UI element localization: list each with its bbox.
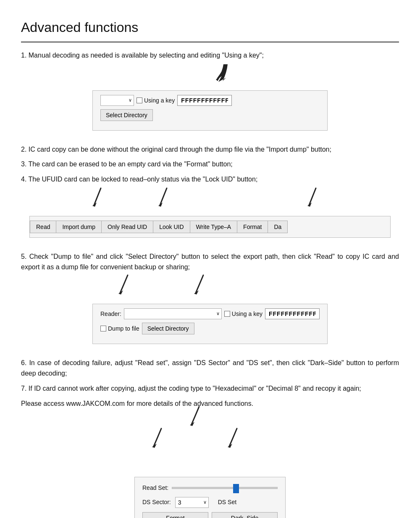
select-directory-button-2[interactable]: Select Directory bbox=[142, 323, 194, 334]
readset-panel: Read Set: DS Sector: 3 DS Set bbox=[134, 477, 286, 518]
readset-btn-row: Format Dark–Side bbox=[142, 512, 278, 518]
arrow-import-dump bbox=[92, 187, 107, 211]
arrow-read-set bbox=[189, 406, 204, 430]
ds-sector-row: DS Sector: 3 DS Set bbox=[142, 497, 278, 508]
reader-row-1: Reader: Using a key bbox=[100, 308, 320, 319]
import-dump-button[interactable]: Import dump bbox=[56, 221, 102, 233]
using-a-key-checkbox-2[interactable] bbox=[224, 311, 230, 317]
key-input-2[interactable] bbox=[265, 308, 320, 319]
section-5: 5. Check "Dump to file" and click "Selec… bbox=[21, 251, 399, 350]
select-directory-button-1[interactable]: Select Directory bbox=[100, 109, 153, 121]
only-read-uid-button[interactable]: Only Read UID bbox=[102, 221, 153, 233]
btn-bar: Read Import dump Only Read UID Look UID … bbox=[30, 221, 390, 233]
dump-to-file-label[interactable]: Dump to file bbox=[100, 324, 139, 333]
section-4-text: 4. The UFUID card can be locked to read–… bbox=[21, 174, 399, 185]
ui-panel-1-content: Using a key Select Directory bbox=[92, 90, 328, 131]
using-a-key-label-2[interactable]: Using a key bbox=[224, 309, 262, 318]
ui-panel-3: Reader: Using a key Dump to file Selec bbox=[21, 277, 399, 350]
format-button-2[interactable]: Format bbox=[142, 512, 208, 518]
ds-set-label: DS Set bbox=[218, 497, 236, 507]
read-set-label: Read Set: bbox=[142, 483, 168, 492]
ui-panel-1: Using a key Select Directory bbox=[21, 65, 399, 137]
section-1: 1. Manual decoding as needed is availabl… bbox=[21, 50, 399, 137]
section-6-8: 6. In case of decoding failure, adjust "… bbox=[21, 358, 399, 518]
page-title: Advanced functions bbox=[21, 17, 399, 42]
arrow-using-a-key bbox=[214, 63, 229, 85]
write-type-a-button[interactable]: Write Type–A bbox=[190, 221, 238, 233]
ui-panel-2: Read Import dump Only Read UID Look UID … bbox=[21, 189, 399, 244]
ui-row-2: Select Directory bbox=[100, 109, 320, 121]
btn-bar-panel: Read Import dump Only Read UID Look UID … bbox=[29, 216, 391, 238]
arrow-only-read-uid bbox=[158, 187, 173, 211]
reader-panel: Reader: Using a key Dump to file Selec bbox=[92, 304, 328, 344]
ds-sector-dropdown[interactable]: 3 bbox=[175, 497, 209, 508]
da-button[interactable]: Da bbox=[268, 221, 288, 233]
ds-sector-label: DS Sector: bbox=[142, 497, 171, 507]
section-1-text: 1. Manual decoding as needed is availabl… bbox=[21, 50, 399, 61]
section-5-text: 5. Check "Dump to file" and click "Selec… bbox=[21, 251, 399, 273]
reader-dropdown-wrap[interactable] bbox=[124, 308, 222, 319]
section-2-4: 2. IC card copy can be done without the … bbox=[21, 144, 399, 244]
section-8-text: Please access www.JAKCOM.com for more de… bbox=[21, 398, 399, 409]
key-input[interactable] bbox=[177, 95, 232, 106]
reader-row-2: Dump to file Select Directory bbox=[100, 323, 320, 334]
section-7-text: 7. If ID card cannot work after copying,… bbox=[21, 383, 399, 394]
arrows-container-1 bbox=[92, 65, 328, 85]
section-6-text: 6. In case of decoding failure, adjust "… bbox=[21, 358, 399, 379]
arrows-reader bbox=[92, 277, 328, 299]
arrows-readset bbox=[134, 413, 286, 472]
ui-panel-4: Read Set: DS Sector: 3 DS Set bbox=[21, 413, 399, 518]
arrow-ds-sector bbox=[151, 428, 166, 452]
ds-sector-dropdown-wrap[interactable]: 3 bbox=[175, 497, 209, 508]
section-3-text: 3. The card can be erased to be an empty… bbox=[21, 159, 399, 170]
reader-label: Reader: bbox=[100, 309, 121, 318]
using-a-key-checkbox[interactable] bbox=[136, 97, 142, 103]
reader-dropdown[interactable] bbox=[124, 308, 222, 319]
format-button[interactable]: Format bbox=[237, 221, 268, 233]
key-dropdown[interactable] bbox=[100, 95, 134, 106]
arrow-dump-to-file bbox=[118, 274, 133, 299]
using-a-key-text-2: Using a key bbox=[232, 309, 262, 318]
dump-to-file-checkbox[interactable] bbox=[100, 326, 106, 331]
dump-to-file-text: Dump to file bbox=[108, 324, 139, 333]
arrow-format bbox=[307, 187, 322, 211]
look-uid-button[interactable]: Look UID bbox=[153, 221, 190, 233]
using-a-key-label[interactable]: Using a key bbox=[136, 96, 175, 105]
arrow-dark-side bbox=[227, 428, 242, 452]
arrows-wide bbox=[29, 189, 391, 211]
key-dropdown-wrap[interactable] bbox=[100, 95, 134, 106]
read-set-row: Read Set: bbox=[142, 483, 278, 492]
using-a-key-text: Using a key bbox=[144, 96, 175, 105]
arrow-select-directory bbox=[193, 274, 208, 299]
section-2-text: 2. IC card copy can be done without the … bbox=[21, 144, 399, 155]
dark-side-button[interactable]: Dark–Side bbox=[212, 512, 278, 518]
ui-row-1: Using a key bbox=[100, 95, 320, 106]
read-button[interactable]: Read bbox=[30, 221, 56, 233]
